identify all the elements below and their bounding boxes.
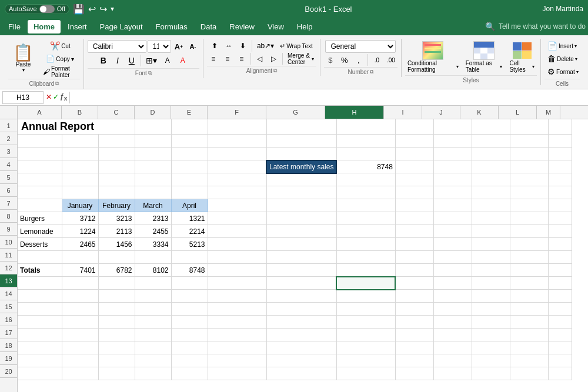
font-size-dropdown[interactable]: 111214 bbox=[148, 40, 171, 53]
row-header-16[interactable]: 16 bbox=[0, 313, 17, 326]
cell-E10[interactable]: 5213 bbox=[171, 238, 208, 251]
cell-L3[interactable] bbox=[510, 148, 548, 160]
menu-help[interactable]: Help bbox=[291, 20, 319, 33]
cell-H13[interactable] bbox=[336, 277, 395, 290]
cell-G7[interactable] bbox=[266, 199, 336, 212]
cell-M7[interactable] bbox=[548, 199, 572, 212]
cell-A14[interactable] bbox=[18, 290, 62, 303]
autosave-toggle-switch[interactable] bbox=[39, 5, 55, 13]
cell-styles-button[interactable]: Cell Styles▾ bbox=[507, 40, 537, 74]
delete-button[interactable]: 🗑 Delete ▾ bbox=[544, 53, 580, 65]
col-header-D[interactable]: D bbox=[135, 106, 171, 119]
cell-I5[interactable] bbox=[395, 173, 433, 186]
row-header-14[interactable]: 14 bbox=[0, 287, 17, 300]
cell-J7[interactable] bbox=[433, 199, 472, 212]
row-header-8[interactable]: 8 bbox=[0, 210, 17, 223]
cell-A10[interactable]: Desserts bbox=[18, 238, 62, 251]
cell-K10[interactable] bbox=[472, 238, 510, 251]
cell-D9[interactable]: 2455 bbox=[135, 225, 171, 238]
col-header-C[interactable]: C bbox=[98, 106, 135, 119]
autosave-toggle[interactable]: AutoSave Off bbox=[5, 4, 69, 14]
increase-font-button[interactable]: A+ bbox=[172, 41, 185, 52]
cell-J13[interactable] bbox=[433, 277, 472, 290]
cell-E8[interactable]: 1321 bbox=[171, 212, 208, 225]
cell-K7[interactable] bbox=[472, 199, 510, 212]
cell-I7[interactable] bbox=[395, 199, 433, 212]
cell-G11[interactable] bbox=[266, 251, 336, 264]
cell-F10[interactable] bbox=[208, 238, 266, 251]
fill-color-button[interactable]: A bbox=[161, 55, 175, 66]
cell-B6[interactable] bbox=[62, 186, 98, 199]
cell-A20[interactable] bbox=[18, 367, 62, 380]
cell-I6[interactable] bbox=[395, 186, 433, 199]
cell-G8[interactable] bbox=[266, 212, 336, 225]
cell-M6[interactable] bbox=[548, 186, 572, 199]
cell-M2[interactable] bbox=[548, 135, 572, 148]
cell-C11[interactable] bbox=[98, 251, 135, 264]
cell-C8[interactable]: 3213 bbox=[98, 212, 135, 225]
bold-button[interactable]: B bbox=[97, 54, 110, 67]
cell-M1[interactable] bbox=[548, 119, 572, 135]
row-header-19[interactable]: 19 bbox=[0, 352, 17, 365]
cell-G5[interactable] bbox=[266, 173, 336, 186]
cell-K13[interactable] bbox=[472, 277, 510, 290]
cell-A19[interactable] bbox=[18, 354, 62, 367]
cell-E7[interactable]: April bbox=[171, 199, 208, 212]
merge-center-button[interactable]: Merge & Center ▾ bbox=[285, 53, 316, 65]
font-color-button[interactable]: A bbox=[176, 55, 190, 66]
cell-L8[interactable] bbox=[510, 212, 548, 225]
cell-G12[interactable] bbox=[266, 264, 336, 277]
cell-C3[interactable] bbox=[98, 148, 135, 160]
cell-E11[interactable] bbox=[171, 251, 208, 264]
save-icon[interactable]: 💾 bbox=[73, 4, 85, 15]
row-header-6[interactable]: 6 bbox=[0, 184, 17, 197]
menu-page-layout[interactable]: Page Layout bbox=[94, 20, 149, 33]
cell-D2[interactable] bbox=[135, 135, 171, 148]
row-header-15[interactable]: 15 bbox=[0, 300, 17, 313]
cell-B9[interactable]: 1224 bbox=[62, 225, 98, 238]
cell-B10[interactable]: 2465 bbox=[62, 238, 98, 251]
cell-B4[interactable] bbox=[62, 160, 98, 173]
col-header-E[interactable]: E bbox=[171, 106, 208, 119]
cell-K1[interactable] bbox=[472, 119, 510, 135]
cell-A9[interactable]: Lemonade bbox=[18, 225, 62, 238]
cell-D10[interactable]: 3334 bbox=[135, 238, 171, 251]
cell-E2[interactable] bbox=[171, 135, 208, 148]
row-header-17[interactable]: 17 bbox=[0, 326, 17, 339]
cell-F11[interactable] bbox=[208, 251, 266, 264]
cell-J2[interactable] bbox=[433, 135, 472, 148]
cell-J3[interactable] bbox=[433, 148, 472, 160]
cell-A18[interactable] bbox=[18, 341, 62, 354]
cell-A7[interactable] bbox=[18, 199, 62, 212]
cell-E4[interactable] bbox=[171, 160, 208, 173]
cell-K9[interactable] bbox=[472, 225, 510, 238]
search-bar[interactable]: Tell me what you want to do bbox=[499, 22, 586, 31]
cell-M5[interactable] bbox=[548, 173, 572, 186]
decrease-indent-button[interactable]: ◁ bbox=[253, 53, 266, 65]
cell-I4[interactable] bbox=[395, 160, 433, 173]
cell-J1[interactable] bbox=[433, 119, 472, 135]
row-header-20[interactable]: 20 bbox=[0, 365, 17, 378]
cell-B12[interactable]: 7401 bbox=[62, 264, 98, 277]
cell-J10[interactable] bbox=[433, 238, 472, 251]
percent-button[interactable]: % bbox=[338, 54, 351, 66]
cell-A6[interactable] bbox=[18, 186, 62, 199]
comma-button[interactable]: , bbox=[352, 54, 365, 66]
cut-button[interactable]: ✂️ Cut bbox=[41, 40, 80, 52]
cell-A15[interactable] bbox=[18, 303, 62, 316]
cell-H2[interactable] bbox=[336, 135, 395, 148]
col-header-J[interactable]: J bbox=[422, 106, 460, 119]
cell-E1[interactable] bbox=[171, 119, 208, 135]
cell-G9[interactable] bbox=[266, 225, 336, 238]
cell-K12[interactable] bbox=[472, 264, 510, 277]
cell-D12[interactable]: 8102 bbox=[135, 264, 171, 277]
col-header-B[interactable]: B bbox=[62, 106, 98, 119]
row-header-9[interactable]: 9 bbox=[0, 223, 17, 236]
cell-F8[interactable] bbox=[208, 212, 266, 225]
cell-G1[interactable] bbox=[266, 119, 336, 135]
clipboard-expand[interactable]: ⧉ bbox=[55, 81, 59, 87]
cell-D13[interactable] bbox=[135, 277, 171, 290]
cell-C2[interactable] bbox=[98, 135, 135, 148]
cell-L10[interactable] bbox=[510, 238, 548, 251]
cell-M3[interactable] bbox=[548, 148, 572, 160]
